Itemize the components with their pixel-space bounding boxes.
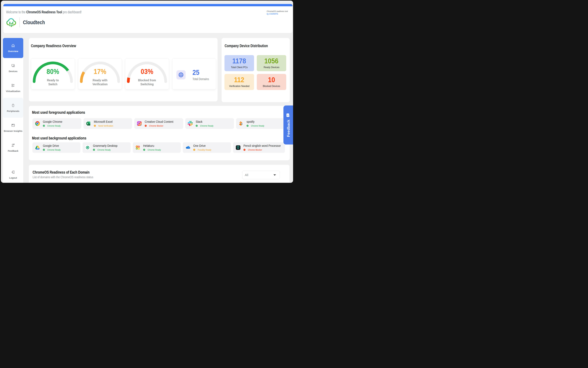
gauge-percent: 80% [34, 67, 72, 76]
app-tile-grammarly-desktop[interactable]: Grammarly Desktop Chrome Ready [83, 142, 131, 153]
sidebar-item-virtualization[interactable]: Virtualization [3, 78, 23, 98]
feedback-tab-button[interactable]: Feedback [283, 105, 293, 145]
home-icon [11, 44, 15, 48]
device-stat-value: 112 [234, 76, 244, 83]
gauge-row: 80% Ready toSwitch 17% Ready withVerific… [31, 58, 216, 89]
minus-circle-icon [243, 149, 247, 151]
app-status-text: Need Verification [98, 124, 113, 127]
app-name: Helakuru [143, 144, 161, 147]
sidebar-item-overview[interactable]: Overview [3, 38, 23, 58]
app-status: Possibly Ready [193, 148, 214, 151]
app-tile-slack[interactable]: Slack Chrome Ready [185, 118, 234, 129]
device-stat-value: 1056 [264, 57, 279, 64]
app-tile-creative-cloud-content[interactable]: Creative Cloud Content Chrome Blocker [134, 118, 183, 129]
sidebar-item-label: Overview [8, 50, 18, 53]
header-accent-bar [3, 4, 292, 6]
sidebar-item-label: Peripherals [7, 110, 19, 112]
creative-cloud-icon [137, 121, 142, 126]
app-status-text: Chrome Ready [97, 148, 111, 151]
app-status: Chrome Ready [247, 124, 266, 127]
app-tile-spotify[interactable]: spotify Chrome Ready [236, 118, 285, 129]
domain-readiness-title: ChromeOS Readiness of Each Domain [33, 170, 90, 175]
exclamation-circle-icon [193, 149, 196, 151]
app-name: One Drive [193, 144, 212, 147]
mouse-icon [11, 103, 15, 108]
device-distribution-grid: 1178 Total Client PCs 1056 Ready Devices… [224, 55, 286, 90]
device-stat-tile: 112 Verification Needed [224, 74, 254, 90]
chevron-down-icon [273, 174, 276, 176]
applications-card: Most used foreground applications Google… [29, 106, 290, 160]
app-status-text: Chrome Ready [148, 148, 161, 151]
feedback-tab-label: Feedback [286, 120, 290, 137]
person-feedback-icon [11, 143, 15, 148]
total-domains-card: 25 Total Domains [172, 58, 216, 89]
welcome-highlight: ChromeOS Readiness Tool [26, 10, 62, 14]
gauge-label: Ready withVerification [81, 78, 119, 86]
chat-bubble-icon [286, 113, 291, 117]
app-page: Welcome to the ChromeOS Readiness Tool p… [1, 1, 293, 183]
gauge-label: Ready toSwitch [34, 78, 72, 86]
grammarly-icon [85, 145, 90, 150]
gauge-label: Blocked fromSwitching [128, 78, 166, 86]
device-stat-value: 1178 [232, 57, 246, 64]
app-tile-microsoft-excel[interactable]: Microsoft Excel Need Verification [84, 118, 132, 129]
sidebar-item-label: Logout [9, 176, 17, 179]
app-status-text: Chrome Ready [251, 124, 264, 127]
sidebar-item-feedback[interactable]: Feedback [3, 138, 23, 157]
app-tile-google-chrome[interactable]: Google Chrome Chrome Ready [32, 118, 81, 129]
sidebar-item-label: Feedback [8, 149, 18, 152]
slack-icon [188, 121, 193, 126]
device-stat-label: Ready Devices [263, 66, 279, 69]
domain-readiness-subtitle: List of domains with the ChromeOS readin… [33, 175, 93, 179]
check-circle-icon [93, 149, 96, 151]
device-stat-label: Blocked Devices [263, 85, 280, 88]
sidebar: Overview Devices Virtualization Peripher… [3, 38, 23, 183]
app-tile-google-drive[interactable]: Google Drive Chrome Ready [32, 142, 80, 153]
apps-section-heading: Most used foreground applications [32, 110, 85, 115]
logout-icon [11, 170, 15, 175]
sidebar-item-label: Browser Insights [4, 130, 22, 132]
check-circle-icon [43, 125, 46, 127]
app-name: Microsoft Excel [94, 120, 113, 123]
exclamation-circle-icon [94, 125, 97, 127]
device-stat-tile: 1178 Total Client PCs [224, 55, 254, 71]
header: Welcome to the ChromeOS Readiness Tool p… [3, 4, 292, 33]
gauge-card: 03% Blocked fromSwitching [125, 58, 169, 89]
app-status-text: Possibly Ready [198, 148, 211, 151]
app-status: Need Verification [94, 124, 116, 127]
sidebar-item-peripherals[interactable]: Peripherals [3, 98, 23, 118]
app-status-text: Chrome Ready [47, 148, 61, 151]
app-tile-one-drive[interactable]: One Drive Possibly Ready [183, 142, 231, 153]
sidebar-item-browser-insights[interactable]: Browser Insights [3, 118, 23, 138]
app-status: Chrome Ready [93, 148, 120, 151]
sidebar-item-devices[interactable]: Devices [3, 58, 23, 78]
domain-filter-dropdown[interactable]: All [242, 171, 280, 179]
welcome-message: Welcome to the ChromeOS Readiness Tool p… [6, 10, 82, 14]
check-circle-icon [143, 149, 146, 151]
excel-icon [86, 121, 91, 126]
chrome-icon [35, 121, 40, 126]
device-stat-tile: 1056 Ready Devices [257, 55, 286, 71]
apps-section-heading: Most used background applications [32, 136, 86, 140]
app-tile-pencil-singlish-word-processor[interactable]: Pencil singlish word Processor Chrome Bl… [233, 142, 285, 153]
sidebar-item-logout[interactable]: Logout [3, 164, 23, 183]
domain-readiness-card: ChromeOS Readiness of Each Domain List o… [29, 165, 289, 183]
gauge-percent: 03% [128, 67, 166, 76]
app-status: Chrome Blocker [243, 148, 285, 151]
apps-row: Google Chrome Chrome Ready Microsoft Exc… [32, 118, 285, 129]
app-status: Chrome Ready [196, 124, 216, 127]
check-circle-icon [196, 125, 199, 127]
onedrive-icon [185, 145, 190, 150]
brand-link[interactable]: by CODIMITE [267, 13, 288, 15]
device-stat-value: 10 [268, 76, 275, 83]
app-name: Slack [196, 120, 214, 123]
app-name: Google Drive [43, 144, 61, 147]
devices-icon [11, 64, 15, 68]
globe-icon [176, 70, 186, 79]
app-tile-helakuru[interactable]: Helakuru Chrome Ready [133, 142, 181, 153]
check-circle-icon [247, 125, 250, 127]
drive-icon [35, 145, 40, 150]
helakuru-icon [135, 145, 140, 150]
app-status: Chrome Ready [143, 148, 163, 151]
app-name: Google Chrome [43, 120, 62, 123]
